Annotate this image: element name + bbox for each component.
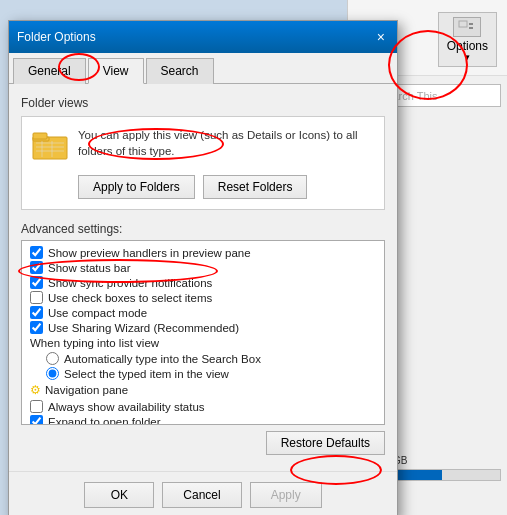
when-typing-group-label: When typing into list view xyxy=(22,335,384,351)
use-checkboxes-checkbox[interactable] xyxy=(30,291,43,304)
cancel-button[interactable]: Cancel xyxy=(162,482,241,508)
folder-desc-col: You can apply this view (such as Details… xyxy=(78,127,374,199)
always-show-availability-label: Always show availability status xyxy=(48,401,205,413)
navigation-pane-category: ⚙ Navigation pane xyxy=(22,381,384,399)
tab-general[interactable]: General xyxy=(13,58,86,84)
tab-bar: General View Search xyxy=(9,53,397,84)
navigation-pane-label: Navigation pane xyxy=(45,384,128,396)
restore-defaults-row: Restore Defaults xyxy=(21,431,385,455)
advanced-settings-label: Advanced settings: xyxy=(21,222,385,236)
options-dropdown-icon: ▼ xyxy=(463,53,471,62)
show-sync-notifications-label: Show sync provider notifications xyxy=(48,277,212,289)
folder-options-dialog: Folder Options × General View Search Fol… xyxy=(8,20,398,515)
show-sync-notifications-checkbox[interactable] xyxy=(30,276,43,289)
use-sharing-wizard-label: Use Sharing Wizard (Recommended) xyxy=(48,322,239,334)
svg-rect-2 xyxy=(469,27,473,29)
folder-buttons: Apply to Folders Reset Folders xyxy=(78,175,374,199)
dialog-title: Folder Options xyxy=(17,30,96,44)
show-status-bar-checkbox[interactable] xyxy=(30,261,43,274)
list-item[interactable]: Show status bar xyxy=(22,260,384,275)
reset-folders-button[interactable]: Reset Folders xyxy=(203,175,308,199)
dialog-content: Folder views You can apply this view (su… xyxy=(9,84,397,467)
list-item[interactable]: Show preview handlers in preview pane xyxy=(22,245,384,260)
tab-view[interactable]: View xyxy=(88,58,144,84)
dialog-footer: OK Cancel Apply xyxy=(9,471,397,515)
use-compact-mode-label: Use compact mode xyxy=(48,307,147,319)
svg-rect-5 xyxy=(33,133,47,139)
auto-type-searchbox-label: Automatically type into the Search Box xyxy=(64,353,261,365)
folder-description: You can apply this view (such as Details… xyxy=(78,127,374,159)
svg-rect-1 xyxy=(469,23,473,25)
svg-rect-0 xyxy=(459,21,467,27)
list-item[interactable]: Automatically type into the Search Box xyxy=(22,351,384,366)
tab-search[interactable]: Search xyxy=(146,58,214,84)
folder-icon xyxy=(32,127,68,163)
options-button[interactable]: Options ▼ xyxy=(438,12,497,67)
settings-list[interactable]: Show preview handlers in preview pane Sh… xyxy=(21,240,385,425)
list-item[interactable]: Expand to open folder xyxy=(22,414,384,425)
restore-defaults-button[interactable]: Restore Defaults xyxy=(266,431,385,455)
ok-button[interactable]: OK xyxy=(84,482,154,508)
expand-to-open-folder-checkbox[interactable] xyxy=(30,415,43,425)
folder-views-label: Folder views xyxy=(21,96,385,110)
show-preview-handlers-checkbox[interactable] xyxy=(30,246,43,259)
options-label: Options xyxy=(447,39,488,53)
select-typed-item-label: Select the typed item in the view xyxy=(64,368,229,380)
auto-type-searchbox-radio[interactable] xyxy=(46,352,59,365)
expand-to-open-folder-label: Expand to open folder xyxy=(48,416,161,426)
folder-views-section: You can apply this view (such as Details… xyxy=(21,116,385,210)
always-show-availability-checkbox[interactable] xyxy=(30,400,43,413)
show-preview-handlers-label: Show preview handlers in preview pane xyxy=(48,247,251,259)
list-item[interactable]: Use compact mode xyxy=(22,305,384,320)
show-status-bar-label: Show status bar xyxy=(48,262,130,274)
nav-pane-icon: ⚙ xyxy=(30,383,41,397)
apply-to-folders-button[interactable]: Apply to Folders xyxy=(78,175,195,199)
use-sharing-wizard-checkbox[interactable] xyxy=(30,321,43,334)
use-checkboxes-label: Use check boxes to select items xyxy=(48,292,212,304)
list-item[interactable]: Always show availability status xyxy=(22,399,384,414)
list-item[interactable]: Show sync provider notifications xyxy=(22,275,384,290)
apply-button[interactable]: Apply xyxy=(250,482,322,508)
close-button[interactable]: × xyxy=(373,30,389,44)
list-item[interactable]: Use Sharing Wizard (Recommended) xyxy=(22,320,384,335)
folder-views-row: You can apply this view (such as Details… xyxy=(32,127,374,199)
dialog-titlebar: Folder Options × xyxy=(9,21,397,53)
use-compact-mode-checkbox[interactable] xyxy=(30,306,43,319)
list-item[interactable]: Select the typed item in the view xyxy=(22,366,384,381)
select-typed-item-radio[interactable] xyxy=(46,367,59,380)
options-icon xyxy=(453,17,481,37)
list-item[interactable]: Use check boxes to select items xyxy=(22,290,384,305)
